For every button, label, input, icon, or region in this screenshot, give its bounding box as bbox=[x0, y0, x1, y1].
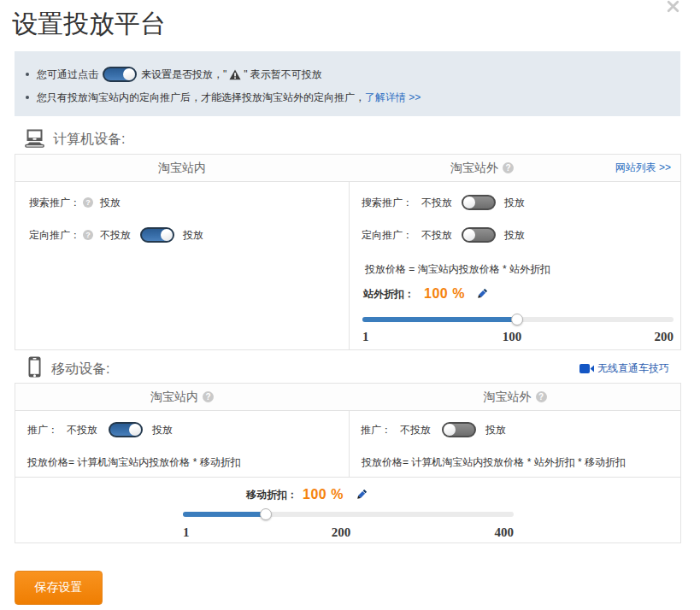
toggle-off-label: 不投放 bbox=[67, 423, 97, 437]
mobile-offsite-promo-row: 推广： 不投放 投放 bbox=[361, 422, 506, 437]
bullet-dot bbox=[26, 73, 29, 76]
slider-max-label: 200 bbox=[655, 330, 674, 344]
slider-fill bbox=[183, 512, 266, 517]
toggle-off-label: 不投放 bbox=[400, 423, 431, 437]
discount-label: 移动折扣： bbox=[246, 488, 297, 502]
edit-pencil-icon[interactable] bbox=[476, 288, 488, 300]
toggle-on-label: 投放 bbox=[504, 228, 525, 243]
slider-min-label: 1 bbox=[362, 330, 369, 344]
row-label: 定向推广： bbox=[362, 228, 413, 243]
slider-min-label: 1 bbox=[183, 525, 190, 540]
toggle-on-label: 投放 bbox=[183, 228, 203, 243]
slider-fill bbox=[362, 317, 517, 322]
mobile-onsite-promo-row: 推广： 不投放 投放 bbox=[27, 422, 173, 437]
toggle-on-label: 投放 bbox=[152, 423, 173, 437]
toggle-on-example[interactable] bbox=[103, 67, 137, 82]
row-label: 搜索推广： bbox=[362, 196, 413, 210]
row-divider bbox=[15, 477, 680, 478]
search-promo-row-offsite: 搜索推广： 不投放 投放 bbox=[362, 195, 525, 210]
search-promo-row-onsite: 搜索推广： ? 投放 bbox=[29, 195, 121, 210]
mobile-section-label: 移动设备: bbox=[51, 361, 109, 376]
target-promo-row-offsite: 定向推广： 不投放 投放 bbox=[362, 227, 525, 243]
notice-bullet-2: 您只有投放淘宝站内的定向推广后，才能选择投放淘宝站外的定向推广， 了解详情 >> bbox=[15, 89, 680, 106]
set-delivery-platform-dialog: 设置投放平台 您可通过点击 来设置是否投放，" " 表示暂不可投放 您只有投放淘… bbox=[0, 0, 700, 610]
question-icon[interactable]: ? bbox=[536, 391, 547, 402]
row-label: 推广： bbox=[27, 423, 58, 437]
mobile-discount-slider bbox=[183, 512, 514, 517]
learn-more-link[interactable]: 了解详情 >> bbox=[365, 91, 421, 105]
discount-label: 站外折扣： bbox=[363, 287, 415, 302]
computer-section-label: 计算机设备: bbox=[53, 132, 125, 146]
save-settings-button[interactable]: 保存设置 bbox=[15, 571, 103, 605]
row-label: 定向推广： bbox=[29, 228, 80, 243]
computer-table: 淘宝站内 淘宝站外 ? 网站列表 >> 搜索推广： ? 投放 定向推广： ? 不… bbox=[15, 154, 681, 350]
video-camera-icon bbox=[579, 363, 594, 374]
slider-labels: 1 200 400 bbox=[183, 525, 514, 539]
offsite-discount-slider bbox=[362, 317, 674, 322]
slider-handle[interactable] bbox=[511, 314, 523, 326]
slider-labels: 1 100 200 bbox=[362, 330, 674, 343]
target-promo-onsite-toggle[interactable] bbox=[140, 227, 174, 243]
onsite-header-label: 淘宝站内 bbox=[158, 161, 206, 176]
mobile-offsite-header-cell: 淘宝站外 ? bbox=[350, 384, 680, 410]
toggle-on-label: 投放 bbox=[504, 196, 525, 210]
wireless-tips-link[interactable]: 无线直通车技巧 bbox=[579, 361, 669, 376]
website-list-link[interactable]: 网站列表 >> bbox=[615, 155, 671, 181]
mobile-offsite-header-label: 淘宝站外 bbox=[484, 390, 532, 405]
mobile-offsite-toggle[interactable] bbox=[442, 422, 476, 437]
onsite-header-cell: 淘宝站内 bbox=[15, 155, 349, 181]
discount-value: 100 % bbox=[303, 487, 344, 502]
search-promo-offsite-toggle[interactable] bbox=[462, 195, 496, 210]
mobile-onsite-toggle[interactable] bbox=[109, 422, 143, 437]
notice-bullet-1: 您可通过点击 来设置是否投放，" " 表示暂不可投放 bbox=[15, 66, 680, 83]
mobile-onsite-header-label: 淘宝站内 bbox=[150, 390, 198, 405]
offsite-header-cell: 淘宝站外 ? bbox=[350, 155, 615, 181]
toggle-on-label: 投放 bbox=[485, 423, 506, 437]
toggle-off-label: 不投放 bbox=[421, 228, 452, 243]
target-promo-offsite-toggle[interactable] bbox=[462, 227, 496, 243]
price-formula: 投放价格 = 淘宝站内投放价格 * 站外折扣 bbox=[365, 262, 550, 277]
close-icon[interactable] bbox=[667, 0, 679, 13]
wireless-tips-label: 无线直通车技巧 bbox=[597, 361, 669, 376]
mobile-icon bbox=[28, 356, 41, 378]
slider-mid-label: 100 bbox=[503, 330, 522, 344]
mobile-table-header: 淘宝站内 ? 淘宝站外 ? bbox=[15, 384, 680, 411]
column-divider bbox=[349, 155, 350, 349]
slider-mid-label: 200 bbox=[332, 525, 351, 540]
page-title: 设置投放平台 bbox=[12, 11, 166, 37]
mobile-discount-row: 移动折扣： 100 % bbox=[246, 485, 368, 504]
question-icon[interactable]: ? bbox=[83, 197, 93, 208]
question-icon[interactable]: ? bbox=[83, 230, 93, 240]
notice-text: 来设置是否投放，" bbox=[141, 67, 226, 82]
row-label: 搜索推广： bbox=[29, 196, 80, 210]
toggle-off-label: 不投放 bbox=[421, 196, 452, 210]
notice-text: 您可通过点击 bbox=[37, 67, 98, 82]
row-label: 推广： bbox=[361, 423, 391, 437]
offsite-discount-row: 站外折扣： 100 % bbox=[363, 284, 488, 303]
edit-pencil-icon[interactable] bbox=[356, 489, 368, 501]
notice-text: 您只有投放淘宝站内的定向推广后，才能选择投放淘宝站外的定向推广， bbox=[37, 91, 365, 105]
warning-icon bbox=[229, 69, 241, 80]
offsite-header-label: 淘宝站外 bbox=[450, 161, 498, 176]
target-promo-row-onsite: 定向推广： ? 不投放 投放 bbox=[29, 227, 203, 243]
mobile-offsite-formula: 投放价格= 计算机淘宝站内投放价格 * 站外折扣 * 移动折扣 bbox=[362, 455, 626, 470]
toggle-off-label: 不投放 bbox=[100, 228, 131, 243]
slider-handle[interactable] bbox=[260, 508, 272, 520]
question-icon[interactable]: ? bbox=[203, 391, 214, 402]
row-value: 投放 bbox=[100, 196, 121, 210]
notice-text: " 表示暂不可投放 bbox=[244, 67, 322, 82]
mobile-onsite-header-cell: 淘宝站内 ? bbox=[15, 384, 349, 410]
discount-value: 100 % bbox=[424, 286, 465, 302]
question-icon[interactable]: ? bbox=[503, 162, 514, 173]
computer-table-header: 淘宝站内 淘宝站外 ? 网站列表 >> bbox=[15, 155, 680, 182]
bullet-dot bbox=[26, 96, 29, 99]
mobile-table: 淘宝站内 ? 淘宝站外 ? 推广： 不投放 投放 推广： 不投放 投放 bbox=[15, 383, 681, 543]
slider-max-label: 400 bbox=[495, 525, 515, 540]
mobile-onsite-formula: 投放价格= 计算机淘宝站内投放价格 * 移动折扣 bbox=[27, 455, 241, 470]
computer-icon bbox=[24, 127, 45, 149]
notice-box: 您可通过点击 来设置是否投放，" " 表示暂不可投放 您只有投放淘宝站内的定向推… bbox=[15, 51, 680, 116]
